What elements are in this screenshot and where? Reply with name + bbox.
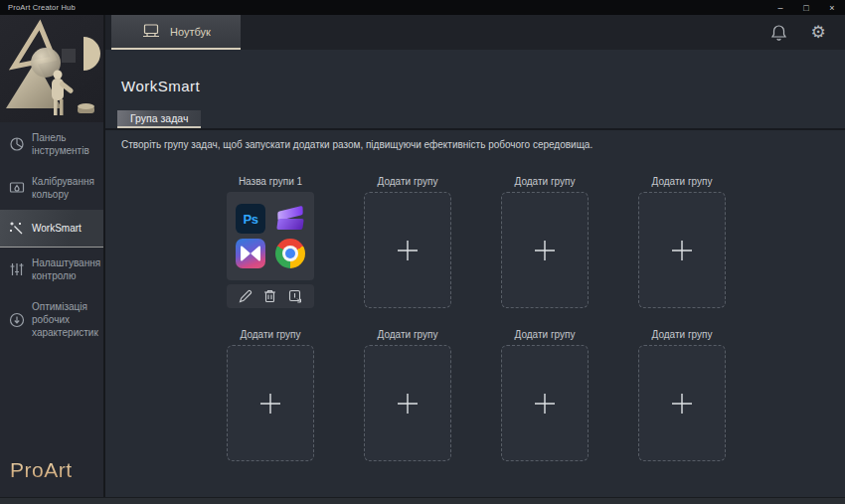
- titlebar: ProArt Creator Hub – □ ×: [0, 0, 845, 15]
- sidebar: Панель інструментів Калібрування кольору…: [0, 122, 103, 504]
- window-controls: – □ ×: [767, 0, 845, 15]
- page-title: WorkSmart: [121, 78, 200, 94]
- sidebar-item-label: Налаштування контролю: [32, 256, 100, 282]
- sidebar-item-label: WorkSmart: [32, 222, 82, 235]
- device-tab-label: Ноутбук: [170, 26, 211, 38]
- window-bottom-edge: [0, 497, 845, 504]
- page-description: Створіть групу задач, щоб запускати дода…: [121, 139, 592, 150]
- add-group-card[interactable]: [364, 345, 451, 461]
- add-group-label: Додати групу: [638, 329, 726, 341]
- plus-icon: [670, 239, 694, 262]
- sidebar-item-dashboard[interactable]: Панель інструментів: [0, 122, 103, 166]
- laptop-icon: [141, 24, 161, 39]
- photoshop-abbr: Ps: [244, 212, 258, 227]
- launch-group-button[interactable]: [288, 289, 303, 304]
- sidebar-item-worksmart[interactable]: WorkSmart: [0, 210, 103, 248]
- close-button[interactable]: ×: [819, 0, 845, 15]
- add-group-label: Додати групу: [501, 329, 589, 341]
- add-group-slot: Додати групу: [501, 329, 589, 461]
- monitor-droplet-icon: [8, 180, 25, 197]
- davinci-resolve-app-icon: [236, 239, 265, 268]
- group-action-bar: [227, 284, 314, 308]
- add-group-card[interactable]: [227, 345, 314, 461]
- add-group-card[interactable]: [638, 192, 726, 308]
- add-group-slot: Додати групу: [227, 329, 314, 461]
- add-group-slot: Додати групу: [638, 176, 726, 308]
- add-group-card[interactable]: [364, 192, 451, 308]
- add-group-label: Додати групу: [501, 176, 589, 188]
- plus-icon: [533, 392, 557, 416]
- clipchamp-clapper-bottom: [276, 219, 304, 230]
- proart-creator-hub-window: ProArt Creator Hub – □ ×: [0, 0, 845, 504]
- plus-icon: [670, 392, 694, 416]
- tabstrip-divider: [105, 128, 845, 130]
- plus-icon: [396, 239, 420, 262]
- group-app-panel[interactable]: Ps: [227, 192, 314, 280]
- add-group-label: Додати групу: [638, 176, 726, 188]
- add-group-slot: Додати групу: [638, 329, 726, 461]
- chrome-app-icon: [275, 239, 305, 268]
- clipchamp-app-icon: [275, 204, 305, 234]
- sliders-icon: [8, 261, 25, 278]
- plus-icon: [258, 392, 282, 416]
- tab-device-laptop[interactable]: Ноутбук: [111, 15, 241, 50]
- topbar: Ноутбук ⚙: [103, 15, 845, 50]
- bell-icon[interactable]: [769, 24, 787, 42]
- delete-group-button[interactable]: [262, 289, 277, 304]
- sidebar-item-label: Оптимізація робочих характеристик: [32, 300, 99, 339]
- add-group-label: Додати групу: [364, 329, 451, 341]
- add-group-card[interactable]: [501, 345, 589, 461]
- add-group-slot: Додати групу: [364, 329, 451, 461]
- group-slot-1: Назва групи 1 Ps: [227, 176, 314, 308]
- proart-logo: ProArt: [10, 458, 73, 482]
- add-group-card[interactable]: [501, 192, 589, 308]
- sidebar-item-performance-optimization[interactable]: Оптимізація робочих характеристик: [0, 291, 103, 348]
- gauge-icon: [8, 311, 25, 328]
- add-group-label: Додати групу: [227, 329, 314, 341]
- sidebar-item-label: Калібрування кольору: [32, 175, 99, 201]
- maximize-button[interactable]: □: [793, 0, 819, 15]
- window-title: ProArt Creator Hub: [0, 3, 76, 12]
- proart-artwork: [0, 15, 103, 122]
- add-group-label: Додати групу: [364, 176, 451, 188]
- main-content: WorkSmart Група задач Створіть групу зад…: [105, 50, 845, 497]
- sidebar-item-label: Панель інструментів: [32, 131, 99, 157]
- gear-icon[interactable]: ⚙: [809, 24, 827, 42]
- sidebar-item-color-calibration[interactable]: Калібрування кольору: [0, 166, 103, 210]
- tab-task-group[interactable]: Група задач: [117, 110, 201, 128]
- task-group-card[interactable]: Ps: [227, 192, 314, 308]
- plus-icon: [533, 239, 557, 262]
- topbar-icons: ⚙: [769, 24, 827, 42]
- geometric-art-illustration: [0, 15, 103, 122]
- sidebar-item-control-settings[interactable]: Налаштування контролю: [0, 248, 103, 291]
- chrome-icon-center: [285, 249, 295, 258]
- add-group-slot: Додати групу: [501, 176, 589, 308]
- add-group-slot: Додати групу: [364, 176, 451, 308]
- plus-icon: [396, 392, 420, 416]
- add-group-card[interactable]: [638, 345, 726, 461]
- edit-group-button[interactable]: [238, 289, 253, 304]
- minimize-button[interactable]: –: [767, 0, 793, 15]
- tab-task-group-label: Група задач: [130, 112, 188, 124]
- pie-chart-icon: [8, 136, 25, 153]
- group-name-label: Назва групи 1: [227, 176, 314, 188]
- magic-wand-icon: [8, 220, 25, 237]
- photoshop-app-icon: Ps: [236, 204, 265, 234]
